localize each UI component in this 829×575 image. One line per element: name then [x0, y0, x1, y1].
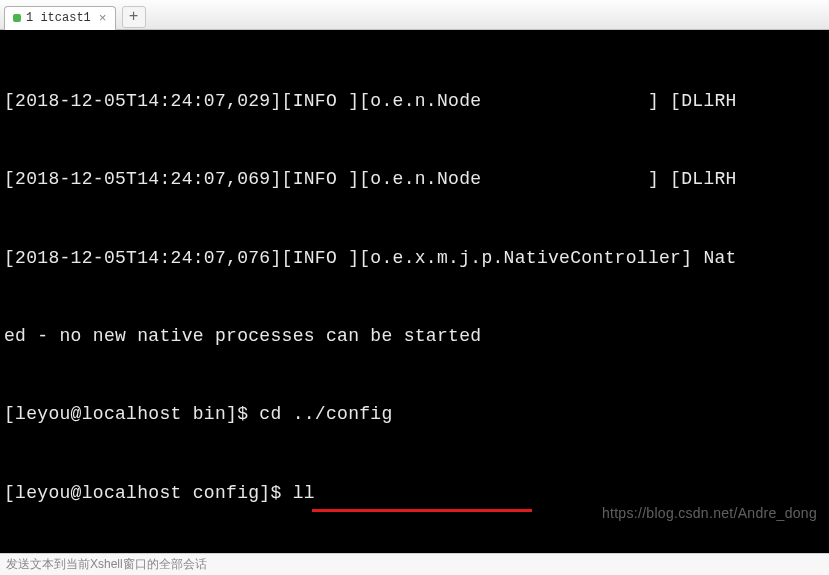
close-icon[interactable]: × — [99, 11, 107, 26]
tab-session-1[interactable]: 1 itcast1 × — [4, 6, 116, 30]
terminal-line: [leyou@localhost config]$ ll — [4, 480, 825, 506]
terminal-pane[interactable]: [2018-12-05T14:24:07,029][INFO ][o.e.n.N… — [0, 30, 829, 553]
terminal-line: [2018-12-05T14:24:07,029][INFO ][o.e.n.N… — [4, 88, 825, 114]
terminal-line: [2018-12-05T14:24:07,076][INFO ][o.e.x.m… — [4, 245, 825, 271]
terminal-line: [leyou@localhost bin]$ cd ../config — [4, 401, 825, 427]
app-window: 1 itcast1 × + [2018-12-05T14:24:07,029][… — [0, 0, 829, 575]
connection-status-icon — [13, 14, 21, 22]
terminal-line: ed - no new native processes can be star… — [4, 323, 825, 349]
annotation-underline — [312, 509, 532, 512]
tab-label: 1 itcast1 — [26, 11, 91, 25]
status-bar: 发送文本到当前Xshell窗口的全部会话 — [0, 553, 829, 575]
watermark-text: https://blog.csdn.net/Andre_dong — [602, 503, 817, 523]
status-text: 发送文本到当前Xshell窗口的全部会话 — [6, 556, 207, 573]
add-tab-button[interactable]: + — [122, 6, 146, 28]
plus-icon: + — [129, 8, 139, 26]
tab-bar: 1 itcast1 × + — [0, 0, 829, 30]
terminal-line: [2018-12-05T14:24:07,069][INFO ][o.e.n.N… — [4, 166, 825, 192]
